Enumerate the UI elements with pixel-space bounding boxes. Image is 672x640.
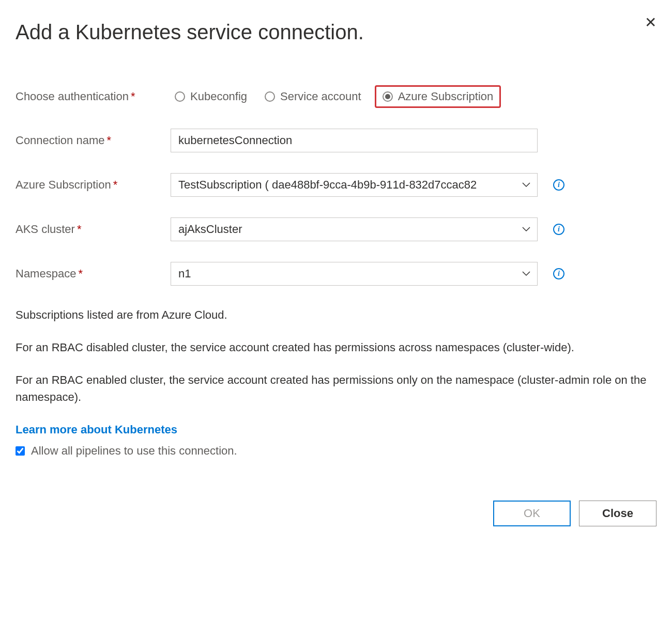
auth-label: Choose authentication*	[16, 90, 171, 103]
info-icon[interactable]: i	[553, 224, 564, 235]
azure-subscription-select[interactable]: TestSubscription ( dae488bf-9cca-4b9b-91…	[171, 173, 538, 197]
required-asterisk: *	[131, 90, 135, 103]
azure-subscription-row: Azure Subscription* TestSubscription ( d…	[16, 173, 656, 197]
info-icon[interactable]: i	[553, 268, 564, 279]
button-row: OK Close	[16, 501, 656, 526]
namespace-field: n1 i	[171, 262, 656, 286]
help-line-1: Subscriptions listed are from Azure Clou…	[16, 306, 656, 323]
help-line-3: For an RBAC enabled cluster, the service…	[16, 371, 656, 405]
close-button[interactable]: Close	[579, 501, 656, 526]
auth-radio-group: Kubeconfig Service account Azure Subscri…	[171, 85, 656, 108]
radio-icon	[383, 91, 393, 102]
allow-pipelines-row: Allow all pipelines to use this connecti…	[16, 442, 656, 459]
service-connection-dialog: ✕ Add a Kubernetes service connection. C…	[16, 21, 656, 526]
namespace-label: Namespace*	[16, 267, 171, 280]
namespace-select[interactable]: n1	[171, 262, 538, 286]
allow-pipelines-checkbox[interactable]	[16, 446, 25, 456]
required-asterisk: *	[78, 267, 83, 280]
required-asterisk: *	[113, 178, 118, 191]
auth-row: Choose authentication* Kubeconfig Servic…	[16, 85, 656, 108]
required-asterisk: *	[106, 134, 111, 147]
ok-button[interactable]: OK	[493, 501, 571, 526]
aks-cluster-select[interactable]: ajAksCluster	[171, 217, 538, 241]
dialog-title: Add a Kubernetes service connection.	[16, 21, 656, 44]
help-text: Subscriptions listed are from Azure Clou…	[16, 306, 656, 459]
namespace-row: Namespace* n1 i	[16, 262, 656, 286]
radio-service-account[interactable]: Service account	[261, 88, 365, 105]
connection-name-field	[171, 129, 656, 152]
aks-cluster-row: AKS cluster* ajAksCluster i	[16, 217, 656, 241]
connection-name-row: Connection name*	[16, 129, 656, 152]
radio-azure-subscription[interactable]: Azure Subscription	[375, 85, 501, 108]
close-icon[interactable]: ✕	[645, 15, 656, 30]
azure-subscription-label: Azure Subscription*	[16, 178, 171, 192]
radio-icon	[265, 91, 275, 102]
info-icon[interactable]: i	[553, 179, 564, 191]
connection-name-label: Connection name*	[16, 134, 171, 147]
aks-cluster-field: ajAksCluster i	[171, 217, 656, 241]
radio-kubeconfig[interactable]: Kubeconfig	[171, 88, 251, 105]
connection-name-input[interactable]	[171, 129, 538, 152]
learn-more-link[interactable]: Learn more about Kubernetes	[16, 421, 177, 438]
allow-pipelines-label: Allow all pipelines to use this connecti…	[31, 442, 237, 459]
radio-icon	[175, 91, 185, 102]
required-asterisk: *	[77, 223, 82, 236]
aks-cluster-label: AKS cluster*	[16, 223, 171, 236]
help-line-2: For an RBAC disabled cluster, the servic…	[16, 339, 656, 356]
azure-subscription-field: TestSubscription ( dae488bf-9cca-4b9b-91…	[171, 173, 656, 197]
